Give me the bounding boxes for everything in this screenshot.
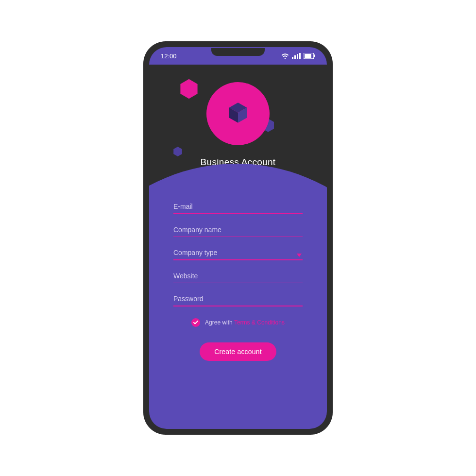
wifi-icon <box>281 53 289 59</box>
hexagon-decoration-icon <box>172 146 183 157</box>
status-icons <box>281 53 315 59</box>
svg-marker-7 <box>180 79 197 99</box>
app-logo <box>206 82 270 145</box>
email-field[interactable]: E-mail <box>173 203 303 214</box>
agree-prefix: Agree with <box>205 319 234 326</box>
svg-rect-5 <box>305 54 311 58</box>
svg-marker-13 <box>297 254 302 257</box>
create-account-button[interactable]: Create account <box>200 342 276 361</box>
password-field[interactable]: Password <box>173 295 303 306</box>
svg-rect-6 <box>314 54 315 57</box>
field-label: E-mail <box>173 203 303 213</box>
chevron-down-icon <box>297 251 302 259</box>
signup-form: E-mail Company name Company type Website… <box>149 203 327 361</box>
status-time: 12:00 <box>161 52 177 60</box>
svg-rect-3 <box>299 53 301 59</box>
field-label: Password <box>173 295 303 306</box>
checkbox-checked-icon[interactable] <box>191 318 200 327</box>
status-bar: 12:00 <box>149 47 327 65</box>
svg-rect-2 <box>297 54 298 59</box>
svg-marker-9 <box>173 147 182 156</box>
terms-text: Agree with Terms & Conditions <box>205 319 285 326</box>
screen: 12:00 <box>149 47 327 429</box>
svg-rect-0 <box>292 57 293 59</box>
company-name-field[interactable]: Company name <box>173 226 303 238</box>
terms-link[interactable]: Terms & Conditions <box>234 319 285 326</box>
field-label: Website <box>173 272 303 283</box>
battery-icon <box>304 53 315 59</box>
terms-checkbox-row[interactable]: Agree with Terms & Conditions <box>173 318 303 327</box>
svg-rect-1 <box>294 55 296 59</box>
phone-frame: 12:00 <box>143 41 333 435</box>
website-field[interactable]: Website <box>173 272 303 284</box>
signal-icon <box>292 53 301 59</box>
company-type-select[interactable]: Company type <box>173 249 303 260</box>
field-label: Company type <box>173 249 303 259</box>
cube-icon <box>225 100 251 127</box>
hexagon-decoration-icon <box>178 78 200 100</box>
field-label: Company name <box>173 226 303 237</box>
